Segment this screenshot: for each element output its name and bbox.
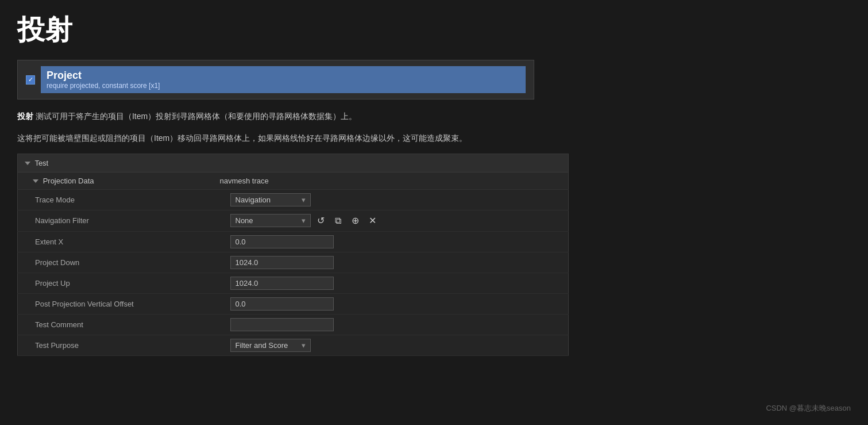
project-down-row: Project Down (18, 252, 569, 273)
nav-filter-controls: None ▾ ↺ ⧉ ⊕ ✕ (230, 214, 562, 228)
desc1-bold: 投射 (17, 112, 33, 121)
collapse-icon[interactable] (25, 162, 30, 165)
test-purpose-arrow: ▾ (302, 341, 306, 350)
trace-mode-label: Trace Mode (18, 189, 213, 210)
nav-filter-value: None (236, 216, 253, 225)
test-purpose-row: Test Purpose Filter and Score ▾ (18, 335, 569, 355)
project-down-input[interactable] (230, 256, 334, 269)
project-up-label: Project Up (18, 273, 213, 293)
extent-x-label: Extent X (18, 231, 213, 252)
header-card: Project require projected, constant scor… (17, 60, 534, 99)
watermark: CSDN @暮志未晚season (766, 403, 851, 413)
test-purpose-dropdown[interactable]: Filter and Score ▾ (230, 339, 311, 352)
nav-filter-arrow: ▾ (302, 216, 306, 225)
extent-x-input[interactable] (230, 235, 334, 248)
subsection-label: Projection Data (43, 177, 94, 185)
delete-icon[interactable]: ✕ (366, 214, 380, 228)
description-2: 这将把可能被墙壁围起或阻挡的项目（Item）移动回寻路网格体上，如果网格线恰好在… (17, 132, 649, 146)
projection-data-header: Projection Data navmesh trace (18, 172, 569, 189)
trace-mode-row: Trace Mode Navigation ▾ (18, 189, 569, 210)
copy-icon[interactable]: ⧉ (331, 214, 345, 228)
main-table: Test Projection Data navmesh trace Trace… (17, 154, 569, 356)
project-up-row: Project Up (18, 273, 569, 293)
nav-filter-dropdown[interactable]: None ▾ (230, 214, 311, 227)
test-purpose-label: Test Purpose (18, 335, 213, 355)
page-title: 投射 (17, 12, 851, 48)
nav-filter-row: Navigation Filter None ▾ ↺ ⧉ ⊕ ✕ (18, 210, 569, 231)
test-section-header: Test (18, 154, 569, 172)
project-up-input[interactable] (230, 277, 334, 290)
trace-mode-value: Navigation (236, 196, 271, 204)
ppvo-input[interactable] (230, 297, 334, 311)
subsection-value: navmesh trace (220, 177, 269, 185)
header-checkbox[interactable] (26, 75, 35, 85)
test-comment-row: Test Comment (18, 314, 569, 335)
desc1-text: 测试可用于将产生的项目（Item）投射到寻路网格体（和要使用的寻路网格体数据集）… (36, 112, 357, 121)
test-comment-label: Test Comment (18, 314, 213, 335)
add-icon[interactable]: ⊕ (349, 214, 362, 228)
extent-x-row: Extent X (18, 231, 569, 252)
header-card-content: Project require projected, constant scor… (41, 66, 526, 93)
section-label: Test (34, 159, 48, 167)
ppvo-row: Post Projection Vertical Offset (18, 293, 569, 314)
description-1: 投射 测试可用于将产生的项目（Item）投射到寻路网格体（和要使用的寻路网格体数… (17, 110, 649, 124)
trace-mode-dropdown[interactable]: Navigation ▾ (230, 193, 311, 206)
desc2-text: 这将把可能被墙壁围起或阻挡的项目（Item）移动回寻路网格体上，如果网格线恰好在… (17, 133, 467, 143)
test-comment-input[interactable] (230, 318, 334, 331)
trace-mode-arrow: ▾ (302, 196, 306, 204)
project-down-label: Project Down (18, 252, 213, 273)
header-card-subtitle: require projected, constant score [x1] (47, 82, 520, 90)
header-card-title: Project (47, 70, 520, 82)
refresh-icon[interactable]: ↺ (314, 214, 328, 228)
nav-filter-label: Navigation Filter (18, 210, 213, 231)
ppvo-label: Post Projection Vertical Offset (18, 293, 213, 314)
test-purpose-value: Filter and Score (236, 341, 288, 350)
subsection-collapse-icon[interactable] (33, 179, 38, 183)
